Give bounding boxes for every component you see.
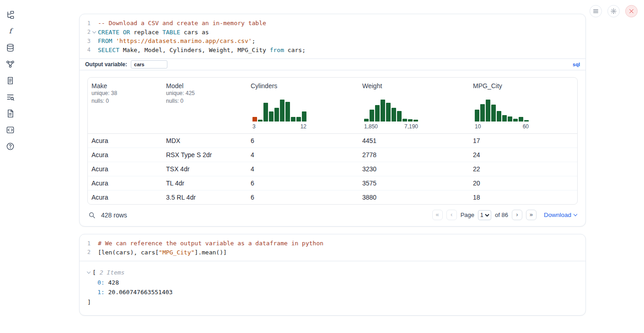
table-cell: Acura <box>88 134 162 148</box>
line-number: 2 <box>80 249 91 255</box>
python-code-editor[interactable]: 1# We can reference the output variable … <box>80 234 585 261</box>
svg-text:f: f <box>9 27 13 35</box>
code-token: cars; <box>284 47 306 53</box>
database-icon <box>6 43 15 52</box>
search-icon <box>88 211 96 219</box>
pagination-first-button[interactable]: « <box>432 210 443 220</box>
python-cell-output: [ 2 Items 0: 4281: 20.060747663551403 ] <box>80 261 585 315</box>
code-text: SELECT Make, Model, Cylinders, Weight, M… <box>98 47 306 53</box>
histogram-bar <box>486 100 490 122</box>
code-token: [len(cars), cars[ <box>98 249 159 256</box>
table-cell: MDX <box>162 134 247 148</box>
page-total-label: of 86 <box>495 211 508 218</box>
histogram-bar <box>408 119 413 122</box>
collapse-chevron-icon[interactable] <box>87 270 91 274</box>
table-cell: RSX Type S 2dr <box>162 148 247 162</box>
histogram-bar <box>475 110 479 122</box>
histogram-bar <box>524 120 529 122</box>
document-icon <box>6 109 15 118</box>
table-cell: 4 <box>247 148 359 162</box>
table-row[interactable]: AcuraMDX6445117 <box>88 134 577 148</box>
code-line[interactable]: 1# We can reference the output variable … <box>80 239 585 248</box>
sidebar-item-logs[interactable] <box>5 76 15 85</box>
download-button[interactable]: Download <box>544 211 577 218</box>
table-cell: 24 <box>469 148 577 162</box>
column-header-mpg_city[interactable]: MPG_City1060 <box>469 78 577 133</box>
column-stat: nulls: 0 <box>166 97 243 105</box>
column-histogram[interactable]: 312 <box>252 99 306 130</box>
table-row[interactable]: AcuraTL 4dr6357520 <box>88 176 577 190</box>
histogram-bar <box>392 108 396 122</box>
table-row[interactable]: Acura3.5 RL 4dr6388018 <box>88 190 577 204</box>
pagination-last-button[interactable]: » <box>526 210 537 220</box>
sidebar-item-file-explorer[interactable] <box>5 10 15 19</box>
entry-key: 1: <box>97 289 105 296</box>
sidebar-item-scratchpad[interactable]: f <box>5 26 15 36</box>
histogram-bar <box>274 108 279 122</box>
axis-min-label: 3 <box>252 123 256 130</box>
histogram-bar <box>480 104 485 122</box>
histogram-bar <box>375 105 380 122</box>
code-text: -- Download a CSV and create an in-memor… <box>98 20 266 26</box>
sidebar-item-outline[interactable] <box>5 92 15 101</box>
line-number: 4 <box>80 47 91 53</box>
close-bracket: ] <box>87 297 578 307</box>
column-histogram[interactable]: 1,8507,190 <box>364 99 418 130</box>
code-token: from <box>270 47 284 53</box>
pagination: « ‹ Page 1 of 86 › » <box>432 210 537 220</box>
entry-value: 428 <box>105 279 119 286</box>
code-token: "MPG_City" <box>159 249 194 256</box>
column-header-cylinders[interactable]: Cylinders312 <box>247 78 359 133</box>
output-variable-label: Output variable: <box>85 61 127 68</box>
code-line[interactable]: 2[len(cars), cars["MPG_City"].mean()] <box>80 248 585 257</box>
histogram-axis-labels: 1,8507,190 <box>364 123 418 130</box>
line-number: 2 <box>80 29 91 35</box>
pagination-next-button[interactable]: › <box>512 210 522 220</box>
sidebar-item-snippets[interactable] <box>5 125 15 134</box>
histogram-bar <box>519 117 523 122</box>
settings-button[interactable] <box>607 5 620 17</box>
language-badge: sql <box>573 62 580 67</box>
sql-code-editor[interactable]: 1-- Download a CSV and create an in-memo… <box>80 14 585 58</box>
pagination-prev-button[interactable]: ‹ <box>446 210 457 220</box>
page-select[interactable]: 1 <box>478 210 491 220</box>
histogram-bar <box>258 120 263 122</box>
axis-min-label: 1,850 <box>364 123 378 130</box>
table-search-button[interactable] <box>88 211 96 219</box>
column-histogram[interactable]: 1060 <box>475 99 529 130</box>
menu-button[interactable] <box>590 5 602 17</box>
column-name: MPG_City <box>473 82 574 90</box>
chevron-down-icon <box>574 212 577 216</box>
table-cell: 3.5 RL 4dr <box>162 190 247 204</box>
download-label: Download <box>544 211 571 218</box>
column-header-model[interactable]: Modelunique: 425nulls: 0 <box>162 78 247 133</box>
code-line[interactable]: 3FROM 'https://datasets.marimo.app/cars.… <box>80 37 585 46</box>
column-header-make[interactable]: Makeunique: 38nulls: 0 <box>88 78 162 133</box>
table-cell: 3880 <box>359 190 469 204</box>
code-text: CREATE OR replace TABLE cars as <box>98 29 209 36</box>
axis-min-label: 10 <box>475 123 481 130</box>
helper-panel-sidebar: f <box>0 0 20 333</box>
output-variable-bar: Output variable: sql <box>80 58 585 70</box>
fold-chevron-icon[interactable] <box>92 30 96 33</box>
code-line[interactable]: 4SELECT Make, Model, Cylinders, Weight, … <box>80 46 585 55</box>
shutdown-button[interactable] <box>625 5 638 17</box>
sidebar-item-help[interactable] <box>5 142 15 151</box>
column-name: Weight <box>362 82 466 90</box>
axis-max-label: 12 <box>301 123 306 130</box>
sidebar-item-dependencies[interactable] <box>5 59 15 69</box>
code-line[interactable]: 2CREATE OR replace TABLE cars as <box>80 28 585 37</box>
table-row[interactable]: AcuraTSX 4dr4323022 <box>88 162 577 176</box>
gear-icon <box>611 8 617 14</box>
histogram-bar <box>502 115 507 122</box>
histogram-bar <box>302 111 306 122</box>
code-line[interactable]: 1-- Download a CSV and create an in-memo… <box>80 19 585 28</box>
table-cell: Acura <box>88 162 162 176</box>
table-row[interactable]: AcuraRSX Type S 2dr4277824 <box>88 148 577 162</box>
column-header-weight[interactable]: Weight1,8507,190 <box>359 78 469 133</box>
column-stat: unique: 425 <box>166 90 243 97</box>
table-cell: 20 <box>469 176 577 190</box>
sidebar-item-documentation[interactable] <box>5 109 15 118</box>
sidebar-item-data-sources[interactable] <box>5 43 15 52</box>
output-variable-input[interactable] <box>131 60 167 69</box>
